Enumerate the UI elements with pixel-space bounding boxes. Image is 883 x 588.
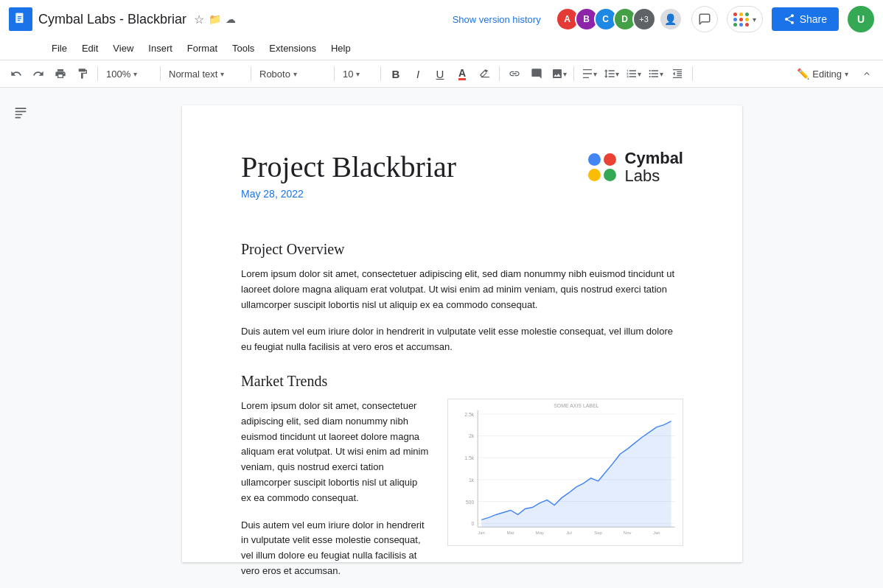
user-avatar[interactable]: U <box>848 6 874 32</box>
menu-bar: File Edit View Insert Format Tools Exten… <box>0 38 883 60</box>
toolbar: 100% ▾ Normal text ▾ Roboto ▾ 10 ▾ B I U <box>0 60 883 87</box>
divider-6 <box>499 66 500 81</box>
avatar-count: +3 <box>632 7 656 31</box>
font-size-value: 10 <box>343 69 353 80</box>
italic-button[interactable]: I <box>408 63 428 84</box>
svg-text:Nov: Nov <box>624 531 632 535</box>
divider-4 <box>334 66 335 81</box>
market-text: Lorem ipsum dolor sit amet, consectetuer… <box>241 399 430 580</box>
ordered-caret: ▾ <box>638 70 641 78</box>
logo-dot-green <box>604 169 616 181</box>
star-icon[interactable]: ☆ <box>194 13 204 27</box>
menu-edit[interactable]: Edit <box>74 40 105 57</box>
undo-button[interactable] <box>6 63 27 84</box>
comment-inline-button[interactable] <box>526 63 547 84</box>
spacing-caret: ▾ <box>615 70 619 78</box>
link-button[interactable] <box>504 63 525 84</box>
comment-button[interactable] <box>691 6 718 32</box>
align-button[interactable]: ▾ <box>579 63 599 84</box>
document-page: Project Blackbriar May 28, 2022 Cymbal <box>182 105 742 562</box>
title-row: Cymbal Labs - Blackbriar ☆ 📁 ☁ Show vers… <box>0 0 883 38</box>
editing-caret: ▾ <box>845 70 848 78</box>
image-button[interactable]: ▾ <box>548 63 569 84</box>
logo-dots <box>588 153 618 181</box>
menu-help[interactable]: Help <box>324 40 358 57</box>
zoom-selector[interactable]: 100% ▾ <box>102 63 156 84</box>
svg-text:SOME AXIS LABEL: SOME AXIS LABEL <box>554 403 598 408</box>
text-color-button[interactable]: A <box>452 63 472 84</box>
market-chart-container: 0 500 1k 1.5k 2k 2.5k SOME AXIS LABEL <box>447 399 683 549</box>
section-market-trends: Market Trends Lorem ipsum dolor sit amet… <box>241 373 683 580</box>
font-size-selector[interactable]: 10 ▾ <box>339 63 376 84</box>
folder-icon[interactable]: 📁 <box>209 13 221 25</box>
bold-button[interactable]: B <box>385 63 406 84</box>
font-caret: ▾ <box>293 70 297 78</box>
svg-text:0: 0 <box>471 521 474 526</box>
overview-paragraph-1: Lorem ipsum dolor sit amet, consectetuer… <box>241 267 683 312</box>
divider-8 <box>692 66 693 81</box>
svg-text:2.5k: 2.5k <box>464 412 475 417</box>
share-button[interactable]: Share <box>772 7 839 31</box>
unordered-caret: ▾ <box>660 70 663 78</box>
document-area[interactable]: Project Blackbriar May 28, 2022 Cymbal <box>41 88 883 580</box>
image-caret: ▾ <box>563 70 567 78</box>
divider-5 <box>380 66 381 81</box>
version-history-link[interactable]: Show version history <box>453 14 541 25</box>
paint-format-button[interactable] <box>72 63 93 84</box>
font-selector[interactable]: Roboto ▾ <box>256 63 329 84</box>
anonymous-avatar: 👤 <box>659 7 683 31</box>
menu-format[interactable]: Format <box>180 40 225 57</box>
ordered-list-button[interactable]: ▾ <box>623 63 643 84</box>
cloud-icon[interactable]: ☁ <box>226 13 236 25</box>
svg-text:Jan: Jan <box>478 531 485 535</box>
market-paragraph-2: Duis autem vel eum iriure dolor in hendr… <box>241 518 430 579</box>
style-value: Normal text <box>169 69 217 80</box>
google-apps-button[interactable]: ▾ <box>727 6 763 32</box>
title-icons: ☆ 📁 ☁ <box>194 13 236 27</box>
expand-button[interactable] <box>856 63 877 84</box>
header-right: Show version history A B C D +3 👤 <box>453 6 874 32</box>
logo-dot-yellow <box>588 169 601 181</box>
menu-insert[interactable]: Insert <box>141 40 180 57</box>
svg-text:1.5k: 1.5k <box>464 455 475 461</box>
editing-mode-button[interactable]: ✏️ Editing ▾ <box>790 64 855 83</box>
style-selector[interactable]: Normal text ▾ <box>165 63 246 84</box>
document-header: Project Blackbriar May 28, 2022 Cymbal <box>241 150 683 223</box>
print-button[interactable] <box>50 63 71 84</box>
svg-rect-5 <box>15 108 27 109</box>
share-label: Share <box>800 13 827 25</box>
zoom-value: 100% <box>106 69 130 80</box>
svg-rect-7 <box>15 114 23 116</box>
font-value: Roboto <box>259 69 290 80</box>
doc-title-group: Project Blackbriar May 28, 2022 <box>241 150 456 223</box>
divider-2 <box>160 66 161 81</box>
logo-dot-blue <box>588 153 601 166</box>
logo-dot-red <box>604 153 616 166</box>
redo-button[interactable] <box>28 63 49 84</box>
apps-grid-icon <box>733 13 750 27</box>
highlight-button[interactable] <box>474 63 495 84</box>
unordered-list-button[interactable]: ▾ <box>645 63 666 84</box>
svg-rect-8 <box>15 117 21 119</box>
menu-tools[interactable]: Tools <box>225 40 262 57</box>
indent-decrease-button[interactable] <box>667 63 688 84</box>
menu-extensions[interactable]: Extensions <box>262 40 324 57</box>
outline-toggle-button[interactable] <box>7 99 34 126</box>
document-title: Cymbal Labs - Blackbriar <box>38 12 186 27</box>
menu-file[interactable]: File <box>44 40 74 57</box>
underline-button[interactable]: U <box>430 63 450 84</box>
section-heading-overview: Project Overview <box>241 241 683 258</box>
svg-text:500: 500 <box>466 500 475 505</box>
editing-label: Editing <box>812 69 842 80</box>
app-icon[interactable] <box>9 7 32 31</box>
style-caret: ▾ <box>220 70 224 78</box>
menu-view[interactable]: View <box>105 40 141 57</box>
divider-1 <box>97 66 98 81</box>
line-spacing-button[interactable]: ▾ <box>601 63 621 84</box>
divider-3 <box>251 66 251 81</box>
svg-text:Jan: Jan <box>653 531 660 535</box>
market-paragraph-1: Lorem ipsum dolor sit amet, consectetuer… <box>241 399 430 506</box>
section-heading-market: Market Trends <box>241 373 683 390</box>
logo-sub-name: Labs <box>625 167 683 185</box>
divider-7 <box>573 66 574 81</box>
